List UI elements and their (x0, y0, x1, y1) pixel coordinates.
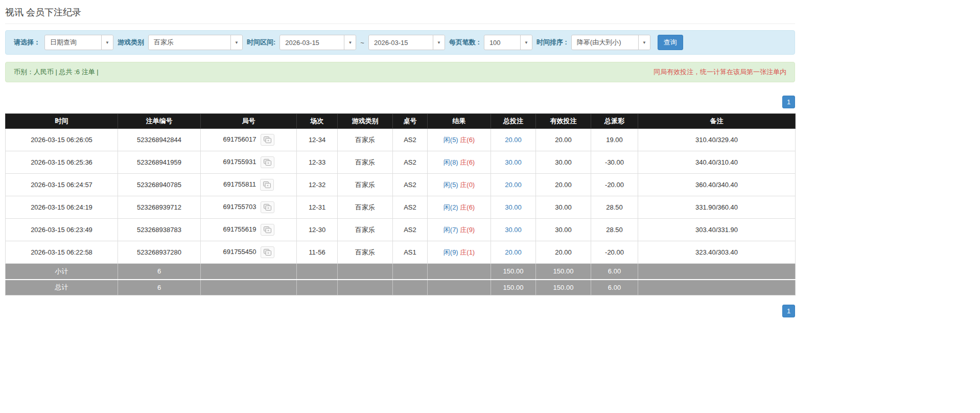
cell-note: 303.40/331.90 (638, 219, 796, 241)
footer-cell (638, 264, 796, 280)
video-replay-icon[interactable] (261, 156, 274, 168)
video-replay-icon[interactable] (261, 246, 274, 258)
cell-time: 2026-03-15 06:24:19 (6, 196, 118, 219)
result-banker: 庄(9) (460, 226, 475, 234)
footer-cell (428, 264, 491, 280)
cell-bet-id: 523268937280 (118, 241, 201, 264)
table-row: 2026-03-15 06:23:49 523268938783 6917556… (6, 219, 796, 241)
result-player: 闲(8) (444, 158, 458, 166)
cell-result: 闲(5) 庄(6) (428, 129, 491, 151)
page-size-select[interactable]: 100 ▼ (484, 35, 532, 50)
result-player: 闲(2) (444, 203, 458, 211)
summary-bar: 币别：人民币 | 总共 :6 注单 | 同局有效投注，统一计算在该局第一张注单内 (5, 62, 795, 82)
round-number: 691755450 (223, 248, 256, 256)
video-replay-icon[interactable] (261, 224, 274, 236)
cell-table-no: AS1 (393, 241, 428, 264)
cell-total-bet: 20.00 (491, 129, 536, 151)
total-bet-link[interactable]: 30.00 (505, 226, 522, 234)
content-area: 视讯 会员下注纪录 请选择： 日期查询 ▼ 游戏类别 百家乐 ▼ 时间区间: 2… (5, 0, 795, 317)
footer-cell: 6 (118, 280, 201, 295)
chevron-down-icon[interactable]: ▼ (638, 35, 650, 50)
table-row: 2026-03-15 06:22:58 523268937280 6917554… (6, 241, 796, 264)
page-title: 视讯 会员下注纪录 (5, 6, 795, 18)
cell-total-bet: 20.00 (491, 241, 536, 264)
table-row: 2026-03-15 06:24:19 523268939712 6917557… (6, 196, 796, 219)
game-type-select[interactable]: 百家乐 ▼ (148, 35, 243, 50)
footer-cell (201, 280, 297, 295)
cell-round: 691755703 (201, 196, 297, 219)
result-player: 闲(7) (444, 226, 458, 234)
total-row: 总计6150.00150.006.00 (6, 280, 796, 295)
cell-total-bet: 30.00 (491, 196, 536, 219)
table-header-row: 时间注单编号局号场次游戏类别桌号结果总投注有效投注总派彩备注 (6, 114, 796, 129)
pagination-top: 1 (5, 96, 795, 108)
column-header: 时间 (6, 114, 118, 129)
round-number: 691755619 (223, 225, 256, 233)
table-head: 时间注单编号局号场次游戏类别桌号结果总投注有效投注总派彩备注 (6, 114, 796, 129)
date-to-value: 2026-03-15 (369, 39, 433, 47)
chevron-down-icon[interactable]: ▼ (433, 35, 445, 50)
cell-round: 691755811 (201, 174, 297, 196)
result-banker: 庄(0) (460, 181, 475, 189)
cell-session: 12-32 (297, 174, 338, 196)
total-bet-link[interactable]: 20.00 (505, 136, 522, 144)
search-button[interactable]: 查询 (658, 35, 683, 50)
date-to-select[interactable]: 2026-03-15 ▼ (368, 35, 445, 50)
pagination-bottom: 1 (5, 305, 795, 317)
cell-game-type: 百家乐 (338, 151, 393, 174)
date-from-select[interactable]: 2026-03-15 ▼ (279, 35, 356, 50)
cell-valid-bet: 30.00 (536, 151, 591, 174)
video-replay-icon[interactable] (261, 134, 274, 146)
filter-bar: 请选择： 日期查询 ▼ 游戏类别 百家乐 ▼ 时间区间: 2026-03-15 … (5, 30, 795, 55)
table-row: 2026-03-15 06:25:36 523268941959 6917559… (6, 151, 796, 174)
table-footer: 小计6150.00150.006.00总计6150.00150.006.00 (6, 264, 796, 295)
cell-game-type: 百家乐 (338, 241, 393, 264)
total-bet-link[interactable]: 30.00 (505, 203, 522, 211)
result-player: 闲(9) (444, 248, 458, 256)
total-bet-link[interactable]: 20.00 (505, 248, 522, 256)
video-replay-icon[interactable] (261, 201, 274, 213)
chevron-down-icon[interactable]: ▼ (520, 35, 532, 50)
total-bet-link[interactable]: 30.00 (505, 158, 522, 166)
cell-total-bet: 20.00 (491, 174, 536, 196)
cell-session: 12-31 (297, 196, 338, 219)
cell-time: 2026-03-15 06:24:57 (6, 174, 118, 196)
cell-valid-bet: 20.00 (536, 129, 591, 151)
sort-order-value: 降幂(由大到小) (572, 38, 638, 47)
result-player: 闲(5) (444, 181, 458, 189)
cell-valid-bet: 30.00 (536, 196, 591, 219)
cell-game-type: 百家乐 (338, 196, 393, 219)
cell-time: 2026-03-15 06:26:05 (6, 129, 118, 151)
cell-valid-bet: 30.00 (536, 219, 591, 241)
chevron-down-icon[interactable]: ▼ (101, 35, 113, 50)
result-banker: 庄(6) (460, 158, 475, 166)
chevron-down-icon[interactable]: ▼ (344, 35, 356, 50)
page-button-1[interactable]: 1 (782, 96, 795, 108)
cell-session: 12-30 (297, 219, 338, 241)
cell-valid-bet: 20.00 (536, 241, 591, 264)
page-button-1[interactable]: 1 (782, 305, 795, 317)
round-number: 691755931 (223, 158, 256, 166)
total-bet-link[interactable]: 20.00 (505, 181, 522, 189)
column-header: 有效投注 (536, 114, 591, 129)
chevron-down-icon[interactable]: ▼ (230, 35, 242, 50)
cell-session: 12-33 (297, 151, 338, 174)
video-replay-icon[interactable] (260, 179, 274, 191)
subtotal-row: 小计6150.00150.006.00 (6, 264, 796, 280)
footer-cell: 6.00 (591, 264, 638, 280)
summary-currency-text: 币别：人民币 | 总共 :6 注单 | (14, 67, 99, 77)
cell-game-type: 百家乐 (338, 174, 393, 196)
sort-order-select[interactable]: 降幂(由大到小) ▼ (571, 35, 650, 50)
cell-note: 360.40/340.40 (638, 174, 796, 196)
column-header: 场次 (297, 114, 338, 129)
table-body: 2026-03-15 06:26:05 523268942844 6917560… (6, 129, 796, 264)
footer-cell (393, 280, 428, 295)
footer-cell: 150.00 (536, 264, 591, 280)
result-player: 闲(5) (444, 136, 458, 144)
table-row: 2026-03-15 06:24:57 523268940785 6917558… (6, 174, 796, 196)
column-header: 总投注 (491, 114, 536, 129)
query-type-select[interactable]: 日期查询 ▼ (44, 35, 113, 50)
cell-game-type: 百家乐 (338, 129, 393, 151)
cell-result: 闲(5) 庄(0) (428, 174, 491, 196)
footer-cell: 6 (118, 264, 201, 280)
